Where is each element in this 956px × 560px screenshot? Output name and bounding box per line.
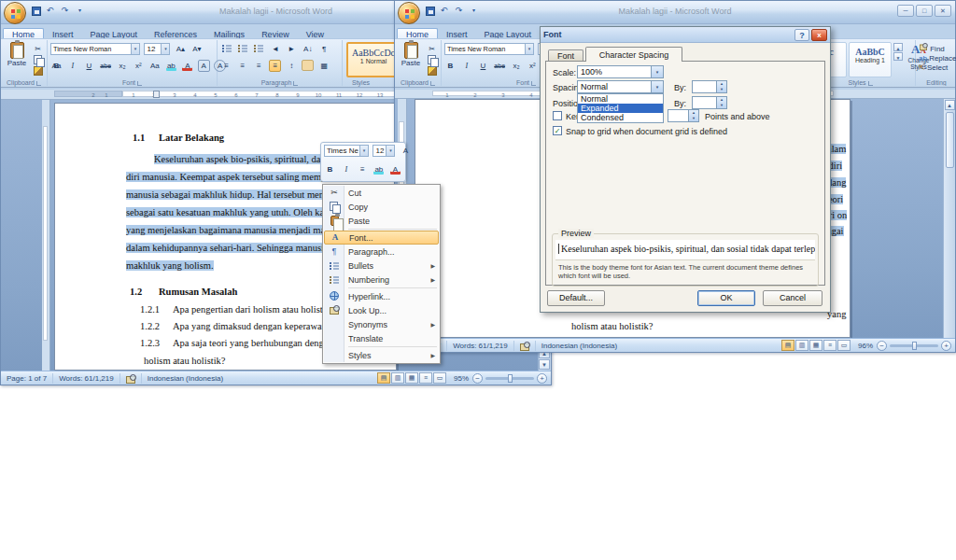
select-button[interactable]: ⇱ Select bbox=[919, 63, 956, 72]
proofing-icon[interactable] bbox=[120, 373, 142, 384]
multilevel-list-icon[interactable] bbox=[253, 43, 265, 55]
styles-gallery-arrows[interactable]: ▲ ▼ bbox=[893, 42, 903, 62]
proofing-icon[interactable] bbox=[514, 341, 536, 351]
font-size-combo[interactable]: 12▾ bbox=[144, 43, 170, 55]
menu-paste[interactable]: Paste bbox=[324, 214, 439, 228]
group-label-clipboard[interactable]: Clipboard bbox=[395, 79, 441, 86]
menu-translate[interactable]: Translate bbox=[324, 331, 439, 345]
superscript-icon[interactable]: x² bbox=[527, 60, 539, 72]
menu-bullets[interactable]: Bullets▶ bbox=[324, 259, 439, 273]
option-normal[interactable]: Normal bbox=[578, 94, 663, 104]
option-condensed[interactable]: Condensed bbox=[578, 113, 663, 122]
clipboard-dialog-launcher[interactable] bbox=[36, 81, 41, 86]
font-color-icon[interactable]: A bbox=[181, 60, 193, 72]
cut-icon[interactable]: ✂ bbox=[32, 43, 44, 54]
styles-dialog-launcher[interactable] bbox=[868, 81, 873, 86]
font-dialog-launcher[interactable] bbox=[531, 81, 536, 86]
next-page-icon[interactable]: ▼ bbox=[539, 359, 550, 370]
zoom-level[interactable]: 96% bbox=[851, 342, 877, 350]
menu-paragraph[interactable]: ¶Paragraph... bbox=[324, 245, 439, 259]
menu-synonyms[interactable]: Synonyms▶ bbox=[324, 317, 439, 331]
title-bar[interactable]: ↶ ↷ ▾ Makalah lagii - Microsoft Word ─ □… bbox=[395, 1, 955, 24]
scroll-up-icon[interactable]: ▲ bbox=[945, 100, 955, 110]
status-language[interactable]: Indonesian (Indonesia) bbox=[536, 341, 623, 351]
increase-indent-icon[interactable]: ► bbox=[286, 43, 298, 55]
mini-font-color-icon[interactable]: A bbox=[389, 163, 401, 175]
menu-cut[interactable]: ✂Cut bbox=[324, 186, 439, 200]
snap-checkbox[interactable]: ✓ bbox=[553, 126, 562, 135]
group-label-paragraph[interactable]: Paragraph bbox=[218, 79, 342, 86]
subscript-icon[interactable]: x₂ bbox=[117, 60, 129, 72]
menu-copy[interactable]: Copy bbox=[324, 200, 439, 214]
italic-icon[interactable]: I bbox=[460, 60, 472, 72]
zoom-out-icon[interactable]: − bbox=[877, 341, 887, 351]
paragraph-dialog-launcher[interactable] bbox=[293, 81, 298, 86]
view-draft-icon[interactable]: ▭ bbox=[837, 340, 851, 351]
scrollbar-thumb[interactable] bbox=[946, 112, 954, 168]
shrink-font-icon[interactable]: A▾ bbox=[190, 43, 203, 55]
character-border-icon[interactable]: A bbox=[198, 60, 210, 72]
copy-icon[interactable] bbox=[426, 54, 438, 65]
spacing-combo[interactable]: Normal▾ bbox=[577, 80, 664, 93]
cancel-button[interactable]: Cancel bbox=[763, 290, 822, 306]
bold-icon[interactable]: B bbox=[50, 60, 63, 72]
show-marks-icon[interactable]: ¶ bbox=[318, 43, 330, 55]
clipboard-dialog-launcher[interactable] bbox=[430, 81, 435, 86]
borders-icon[interactable]: ▦ bbox=[318, 60, 330, 72]
mini-italic-icon[interactable]: I bbox=[340, 163, 352, 175]
close-icon[interactable]: ✕ bbox=[935, 5, 951, 17]
mini-center-icon[interactable]: ≡ bbox=[357, 163, 369, 175]
view-web-layout-icon[interactable]: ▦ bbox=[405, 372, 418, 384]
vertical-ruler[interactable] bbox=[42, 100, 50, 371]
numbering-icon[interactable] bbox=[236, 43, 248, 55]
status-page[interactable]: Page: 1 of 7 bbox=[1, 373, 53, 384]
grow-font-icon[interactable]: A▴ bbox=[175, 43, 187, 55]
zoom-level[interactable]: 95% bbox=[446, 374, 472, 383]
dialog-title-bar[interactable]: Font ? x bbox=[541, 27, 830, 43]
menu-hyperlink[interactable]: Hyperlink... bbox=[324, 289, 439, 303]
group-label-clipboard[interactable]: Clipboard bbox=[1, 79, 47, 86]
underline-icon[interactable]: U bbox=[477, 60, 489, 72]
zoom-in-icon[interactable]: + bbox=[537, 373, 547, 384]
subscript-icon[interactable]: x₂ bbox=[511, 60, 523, 72]
sort-icon[interactable]: A↓ bbox=[302, 43, 314, 55]
view-fullscreen-icon[interactable]: ▥ bbox=[795, 340, 808, 351]
mini-grow-font-icon[interactable]: A bbox=[400, 145, 412, 157]
menu-styles[interactable]: Styles▶ bbox=[324, 348, 439, 362]
kerning-checkbox[interactable] bbox=[553, 111, 562, 120]
find-button[interactable]: Find bbox=[919, 42, 956, 53]
cut-icon[interactable]: ✂ bbox=[426, 43, 438, 54]
decrease-indent-icon[interactable]: ◄ bbox=[269, 43, 281, 55]
paste-button[interactable]: Paste bbox=[3, 42, 31, 81]
superscript-icon[interactable]: x² bbox=[133, 60, 145, 72]
position-by-spinner[interactable]: ▲▼ bbox=[692, 96, 727, 109]
status-words[interactable]: Words: 61/1,219 bbox=[53, 373, 120, 384]
view-draft-icon[interactable]: ▭ bbox=[433, 372, 446, 384]
text-highlight-icon[interactable]: ab bbox=[165, 60, 177, 72]
status-words[interactable]: Words: 61/1,219 bbox=[447, 341, 514, 351]
menu-font[interactable]: AFont... bbox=[324, 231, 439, 245]
view-fullscreen-icon[interactable]: ▥ bbox=[391, 372, 404, 384]
change-case-icon[interactable]: Aa bbox=[148, 60, 161, 72]
line-spacing-icon[interactable]: ↕ bbox=[286, 60, 298, 72]
view-outline-icon[interactable]: ≡ bbox=[823, 340, 836, 351]
shading-icon[interactable] bbox=[302, 60, 314, 71]
mini-highlight-icon[interactable]: ab bbox=[373, 163, 385, 175]
first-line-indent-marker[interactable] bbox=[153, 91, 160, 98]
strikethrough-icon[interactable]: abe bbox=[99, 60, 112, 72]
kerning-points-spinner[interactable]: ▲▼ bbox=[668, 109, 699, 122]
option-expanded[interactable]: Expanded bbox=[578, 104, 663, 113]
view-outline-icon[interactable]: ≡ bbox=[419, 372, 432, 384]
style-heading1[interactable]: AaBbC Heading 1 bbox=[849, 42, 892, 77]
zoom-slider[interactable] bbox=[890, 344, 938, 347]
view-print-layout-icon[interactable]: ▤ bbox=[377, 372, 390, 384]
underline-icon[interactable]: U bbox=[83, 60, 95, 72]
paste-button[interactable]: Paste bbox=[397, 42, 425, 81]
zoom-slider-thumb[interactable] bbox=[912, 342, 917, 350]
style-normal[interactable]: AaBbCcDc 1 Normal bbox=[346, 42, 401, 77]
group-label-font[interactable]: Font bbox=[48, 79, 217, 86]
italic-icon[interactable]: I bbox=[66, 60, 78, 72]
align-left-icon[interactable]: ≡ bbox=[220, 60, 232, 72]
view-print-layout-icon[interactable]: ▤ bbox=[781, 340, 794, 351]
menu-numbering[interactable]: Numbering▶ bbox=[324, 273, 439, 287]
